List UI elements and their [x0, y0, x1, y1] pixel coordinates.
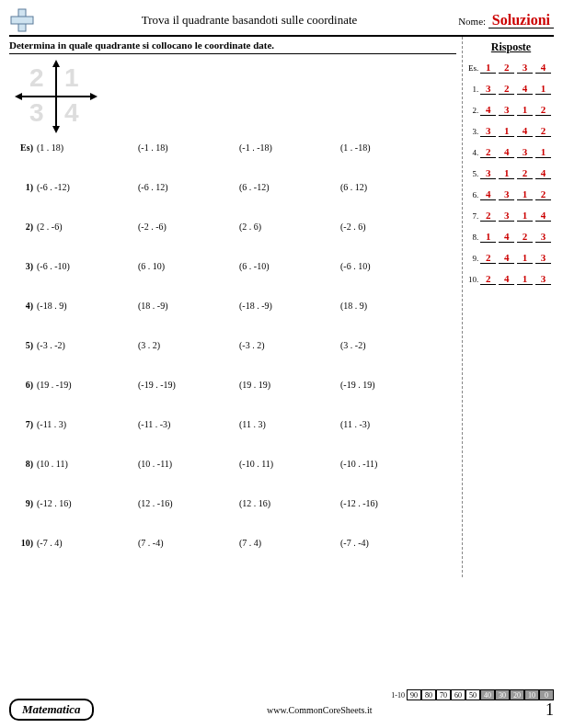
answer-value: 4 [480, 104, 496, 116]
answer-row: 1.3241 [468, 83, 554, 95]
coordinate: (-11 . -3) [138, 419, 239, 429]
answer-value: 1 [535, 146, 551, 158]
worksheet-title: Trova il quadrante basandoti sulle coord… [40, 13, 458, 28]
coordinate: (12 . -16) [138, 498, 239, 508]
svg-marker-6 [15, 93, 22, 100]
problem-row: 7)(-11 . 3)(-11 . -3)(11 . 3)(11 . -3) [9, 419, 456, 429]
coordinate: (-12 . 16) [37, 498, 138, 508]
svg-rect-1 [11, 17, 33, 24]
coordinate: (-7 . 4) [37, 538, 138, 548]
coordinate: (7 . 4) [239, 538, 340, 548]
answer-value: 3 [499, 210, 514, 222]
answer-value: 1 [517, 273, 533, 285]
problem-row: 8)(10 . 11)(10 . -11)(-10 . 11)(-10 . -1… [9, 459, 456, 469]
coordinate: (7 . -4) [138, 538, 239, 548]
coordinate: (11 . 3) [239, 419, 340, 429]
coordinate: (-6 . 12) [138, 182, 239, 192]
coordinate: (-18 . -9) [239, 301, 340, 311]
coordinate: (-1 . -18) [239, 142, 340, 153]
answer-value: 2 [480, 146, 496, 158]
answer-value: 2 [480, 273, 496, 285]
answer-value: 2 [535, 125, 551, 137]
quadrant-3-label: 3 [29, 98, 44, 128]
answer-value: 3 [480, 83, 496, 95]
instruction-text: Determina in quale quadrante si collocan… [9, 37, 456, 54]
coordinate: (-1 . 18) [138, 142, 239, 153]
coordinate: (-10 . 11) [239, 459, 340, 469]
answer-row: Es.1234 [468, 62, 554, 74]
answer-value: 4 [499, 252, 514, 264]
problem-number: 5) [9, 340, 37, 350]
coordinate: (-7 . -4) [340, 538, 442, 548]
quadrant-1-label: 1 [64, 63, 79, 93]
answer-value: 3 [535, 231, 551, 243]
answer-label: Es. [468, 63, 480, 73]
answer-value: 3 [499, 104, 514, 116]
logo-plus-icon [9, 7, 35, 33]
answers-panel: Risposte Es.12341.32412.43123.31424.2431… [462, 37, 554, 577]
answer-value: 3 [480, 167, 496, 179]
coordinate: (-6 . -12) [37, 182, 138, 192]
answer-row: 10.2413 [468, 273, 554, 285]
coordinate: (6 . 10) [138, 261, 239, 271]
coordinate: (-19 . -19) [138, 380, 239, 390]
coordinate: (1 . 18) [37, 142, 138, 153]
answer-label: 1. [468, 85, 480, 94]
coordinate: (19 . -19) [37, 380, 138, 390]
problem-row: Es)(1 . 18)(-1 . 18)(-1 . -18)(1 . -18) [9, 142, 456, 153]
answer-value: 1 [535, 83, 551, 95]
coordinate: (-3 . 2) [239, 340, 340, 350]
quadrant-4-label: 4 [64, 98, 79, 128]
answer-value: 4 [535, 210, 551, 222]
svg-marker-7 [90, 93, 98, 100]
coordinate: (-12 . -16) [340, 498, 442, 508]
problem-row: 9)(-12 . 16)(12 . -16)(12 . 16)(-12 . -1… [9, 498, 456, 508]
problem-number: 10) [9, 538, 37, 548]
answer-value: 2 [480, 252, 496, 264]
answer-value: 4 [517, 125, 533, 137]
coordinate: (10 . -11) [138, 459, 239, 469]
problems-area: Determina in quale quadrante si collocan… [9, 37, 462, 577]
svg-marker-4 [52, 60, 60, 67]
answer-label: 7. [468, 211, 480, 221]
answer-value: 1 [480, 62, 496, 74]
page-footer: Matematica www.CommonCoreSheets.it 1 [9, 699, 554, 721]
name-label: Nome: [458, 16, 486, 27]
page-header: Trova il quadrante basandoti sulle coord… [9, 7, 554, 37]
answer-value: 1 [499, 167, 514, 179]
problem-number: 9) [9, 498, 37, 508]
answer-value: 4 [499, 146, 514, 158]
answer-value: 3 [480, 125, 496, 137]
coordinate: (-6 . -10) [37, 261, 138, 271]
answer-value: 1 [480, 231, 496, 243]
coordinate: (2 . 6) [239, 222, 340, 232]
answer-value: 4 [499, 231, 514, 243]
problem-number: 3) [9, 261, 37, 271]
coordinate: (18 . -9) [138, 301, 239, 311]
answer-row: 8.1423 [468, 231, 554, 243]
answer-value: 2 [480, 210, 496, 222]
coordinate: (-2 . 6) [340, 222, 442, 232]
coordinate: (6 . 12) [340, 182, 442, 192]
answer-value: 3 [499, 188, 514, 200]
answer-value: 4 [480, 188, 496, 200]
problem-number: 7) [9, 419, 37, 429]
answer-label: 3. [468, 127, 480, 136]
answer-label: 10. [468, 275, 480, 284]
subject-box: Matematica [9, 699, 94, 721]
problem-row: 2)(2 . -6)(-2 . -6)(2 . 6)(-2 . 6) [9, 222, 456, 232]
coordinate: (-2 . -6) [138, 222, 239, 232]
problem-row: 10)(-7 . 4)(7 . -4)(7 . 4)(-7 . -4) [9, 538, 456, 548]
answer-value: 1 [499, 125, 514, 137]
answer-value: 1 [517, 210, 533, 222]
coordinate: (-3 . -2) [37, 340, 138, 350]
quadrant-diagram: 2 1 3 4 [15, 60, 98, 133]
problem-row: 6)(19 . -19)(-19 . -19)(19 . 19)(-19 . 1… [9, 380, 456, 390]
answer-label: 8. [468, 233, 480, 242]
name-field: Nome: Soluzioni [458, 12, 554, 28]
answer-value: 1 [517, 252, 533, 264]
answer-value: 3 [517, 62, 533, 74]
coordinate: (-18 . 9) [37, 301, 138, 311]
coordinate: (6 . -12) [239, 182, 340, 192]
page-number: 1 [546, 700, 554, 720]
